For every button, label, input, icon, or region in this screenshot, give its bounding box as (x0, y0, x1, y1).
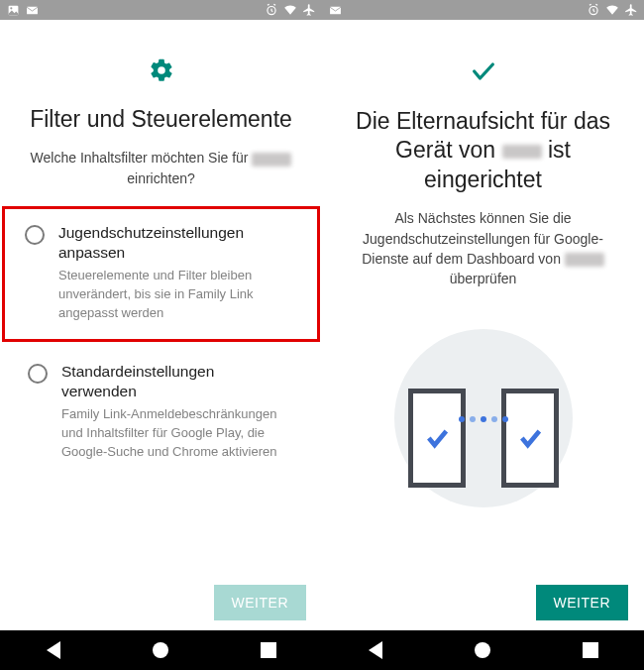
page-subtitle: Welche Inhaltsfilter möchten Sie für ein… (24, 148, 298, 188)
nav-back-icon[interactable] (369, 641, 382, 659)
radio-unchecked-icon[interactable] (25, 225, 45, 245)
wifi-icon (283, 3, 297, 17)
nav-home-icon[interactable] (153, 642, 168, 658)
radio-unchecked-icon[interactable] (28, 364, 48, 384)
status-bar (322, 0, 644, 20)
nav-bar (322, 630, 644, 670)
page-subtitle: Als Nächstes können Sie die Jugendschutz… (346, 208, 620, 288)
page-title: Filter und Steuerelemente (30, 105, 292, 134)
option-desc: Family Link-Anmeldebeschränkungen und In… (61, 405, 292, 462)
filter-options: Jugendschutzeinstellungen anpassen Steue… (24, 206, 298, 476)
screen-supervision-done: Die Elternaufsicht für das Gerät von ist… (322, 20, 644, 575)
next-button: WEITER (214, 585, 306, 620)
redacted-name (565, 253, 604, 267)
device-left-icon (408, 389, 466, 488)
svg-rect-4 (330, 6, 341, 14)
bottom-action-bar: WEITER (322, 575, 644, 630)
phone-left: Filter und Steuerelemente Welche Inhalts… (0, 0, 322, 670)
next-button[interactable]: WEITER (536, 585, 628, 620)
redacted-name (252, 153, 291, 167)
option-adjust-protection[interactable]: Jugendschutzeinstellungen anpassen Steue… (2, 206, 320, 342)
screen-filters: Filter und Steuerelemente Welche Inhalts… (0, 20, 322, 575)
option-title: Jugendschutzeinstellungen anpassen (58, 223, 293, 263)
redacted-name (502, 145, 542, 159)
option-title: Standardeinstellungen verwenden (61, 362, 292, 401)
mail-icon (328, 3, 342, 17)
option-default-settings[interactable]: Standardeinstellungen verwenden Family L… (24, 348, 298, 476)
wifi-icon (605, 3, 619, 17)
page-title: Die Elternaufsicht für das Gerät von ist… (346, 107, 620, 194)
connection-dots-icon (394, 416, 573, 422)
svg-point-1 (10, 7, 12, 9)
mail-icon (25, 3, 39, 17)
nav-recent-icon[interactable] (261, 642, 276, 658)
airplane-icon (624, 3, 638, 17)
gear-icon (149, 57, 174, 87)
nav-recent-icon[interactable] (583, 642, 598, 658)
option-desc: Steuerelemente und Filter bleiben unverä… (58, 267, 293, 323)
airplane-icon (302, 3, 316, 17)
bottom-action-bar: WEITER (0, 575, 322, 630)
nav-back-icon[interactable] (47, 641, 60, 659)
status-bar (0, 0, 322, 20)
alarm-icon (587, 3, 600, 17)
svg-rect-2 (27, 6, 38, 14)
nav-bar (0, 630, 322, 670)
phone-right: Die Elternaufsicht für das Gerät von ist… (322, 0, 644, 670)
alarm-icon (265, 3, 278, 17)
nav-home-icon[interactable] (475, 642, 490, 658)
devices-illustration (394, 329, 573, 507)
check-icon (470, 57, 497, 89)
image-icon (6, 3, 20, 17)
device-right-icon (501, 389, 559, 488)
